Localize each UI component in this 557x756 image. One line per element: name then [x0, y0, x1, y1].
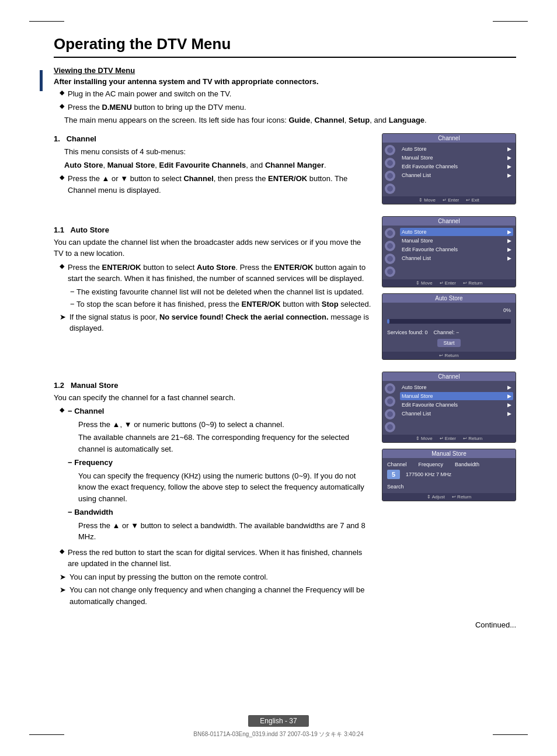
diamond-icon-12: ◆: [60, 406, 64, 414]
section-11-text: 1.1 Auto Store You can update the channe…: [54, 216, 371, 336]
tv-icon-2b: [385, 241, 395, 251]
section-11-number: 1.1: [54, 226, 64, 234]
section-1-header: 1. Channel: [54, 133, 371, 145]
section-viewing-title: Viewing the DTV Menu: [54, 66, 516, 75]
channel-info: Channel: −: [434, 330, 459, 335]
freq-text: You can specify the frequency (KHz) usin…: [68, 470, 371, 505]
section-1-text: 1. Channel This menu consists of 4 sub-m…: [54, 133, 371, 198]
autostore-title: Auto Store: [382, 294, 516, 303]
bullet-2-cont: The main menu appears on the screen. Its…: [54, 115, 516, 126]
intro-bold-text: After installing your antenna system and…: [54, 77, 516, 86]
title-rule: [54, 57, 516, 58]
file-info: BN68-01171A-03Eng_0319.indd 37 2007-03-1…: [193, 730, 363, 738]
top-rule-right: [493, 21, 528, 22]
tv-icon-2c: [385, 254, 395, 264]
page-number: English - 37: [248, 715, 308, 727]
continued-label: Continued...: [54, 620, 516, 629]
autostore-start-button[interactable]: Start: [437, 339, 460, 347]
section-11-header: 1.1 Auto Store: [54, 226, 371, 234]
diamond-icon-12b: ◆: [60, 547, 64, 555]
section-11-dash1: The existing favourite channel list will…: [54, 286, 371, 298]
section-12-number: 1.2: [54, 381, 64, 390]
section-12-desc: You can specify the channel for a fast c…: [54, 392, 371, 404]
section-11-bullet1: ◆ Press the ENTER/OK button to select Au…: [54, 262, 371, 285]
tv-title-3: Channel: [382, 372, 516, 381]
header-channel: Channel: [387, 462, 407, 467]
section-1-layout: 1. Channel This menu consists of 4 sub-m…: [54, 133, 516, 210]
manualstore-headers: Channel Frequency Bandwidth: [387, 462, 511, 467]
tv-autostore-screen: Auto Store 0% Services found: 0 Channel:…: [382, 293, 516, 360]
tv-title-2: Channel: [382, 217, 516, 226]
section-12-arrow2: ➤ You can not change only frequency and …: [54, 584, 371, 607]
menu-item-editfav-1: Edit Favourite Channels▶: [400, 162, 513, 171]
tv-manualstore-screen: Manual Store Channel Frequency Bandwidth…: [382, 449, 516, 501]
diamond-icon-1: ◆: [60, 89, 64, 96]
section-12-layout: 1.2 Manual Store You can specify the cha…: [54, 372, 516, 609]
autostore-percent: 0%: [387, 307, 511, 313]
section-1-submenus: Auto Store, Manual Store, Edit Favourite…: [54, 159, 371, 171]
section-12-arrow1-text: You can input by pressing the button on …: [69, 571, 268, 583]
section-12-title: Manual Store: [71, 381, 119, 390]
tv-body-1: Auto Store▶ Manual Store▶ Edit Favourite…: [382, 143, 516, 196]
menu-item-channellist-1: Channel List▶: [400, 171, 513, 179]
menu-item-manualstore-2: Manual Store▶: [400, 237, 513, 245]
footer-enter-2: ↵ Enter: [440, 280, 456, 286]
manualstore-values: 5 177500 KHz 7 MHz: [387, 470, 511, 479]
autostore-services-info: Services found: 0 Channel: −: [387, 330, 511, 335]
footer-move-2: ⇕ Move: [416, 280, 433, 286]
section-11-dash2: To stop the scan before it has finished,…: [54, 299, 371, 310]
diamond-icon-11: ◆: [60, 262, 64, 270]
bullet-2-cont-text: The main menu appears on the screen. Its…: [64, 116, 427, 124]
menu-item-editfav-3: Edit Favourite Channels▶: [400, 401, 513, 409]
tv-channel-screen-3: Channel Auto Store▶ Manual Store▶ Edit F…: [382, 372, 516, 443]
footer-enter-1: ↵ Enter: [443, 197, 459, 203]
tv-icon-1b: [385, 158, 395, 168]
tv-icons-2: [385, 228, 398, 277]
autostore-footer: ↩ Return: [382, 352, 516, 359]
section-12-arrow1: ➤ You can input by pressing the button o…: [54, 571, 371, 583]
menu-item-manualstore-3: Manual Store▶: [400, 392, 513, 400]
footer-enter-3: ↵ Enter: [440, 436, 456, 441]
tv-channel-screen-1: Channel Auto Store▶ Manual Store▶ Edit F…: [382, 133, 516, 204]
tv-icons-3: [385, 383, 398, 432]
tv-icon-3b: [385, 396, 395, 407]
footer-return-ms: ↩ Return: [452, 494, 471, 500]
section-12-arrow2-text: You can not change only frequency and wh…: [69, 584, 371, 607]
section-11-bullet1-text: Press the ENTER/OK button to select Auto…: [68, 262, 371, 285]
section-11-arrow1-text: If the signal status is poor, No service…: [69, 311, 371, 334]
services-found: Services found: 0: [387, 330, 428, 335]
page-title: Operating the DTV Menu: [54, 35, 516, 53]
tv-menu-2: Auto Store▶ Manual Store▶ Edit Favourite…: [400, 228, 513, 277]
manualstore-body: Channel Frequency Bandwidth 5 177500 KHz…: [382, 458, 516, 493]
top-rule-left: [29, 21, 64, 22]
tv-channel-screen-2: Channel Auto Store▶ Manual Store▶ Edit F…: [382, 216, 516, 287]
main-content: Viewing the DTV Menu After installing yo…: [54, 66, 516, 629]
manualstore-title: Manual Store: [382, 449, 516, 458]
section-12-header: 1.2 Manual Store: [54, 381, 371, 390]
page: Operating the DTV Menu Viewing the DTV M…: [0, 0, 557, 756]
tv-title-1: Channel: [382, 134, 516, 143]
menu-item-autostore-1: Auto Store▶: [400, 145, 513, 153]
tv-footer-2: ⇕ Move ↵ Enter ↩ Return: [382, 279, 516, 287]
menu-item-channellist-2: Channel List▶: [400, 254, 513, 262]
tv-icon-1c: [385, 171, 395, 181]
tv-icon-3c: [385, 409, 395, 419]
bullet-1: ◆ Plug in the AC main power and switch o…: [54, 88, 516, 100]
freq-bandwidth-value: 177500 KHz 7 MHz: [406, 471, 451, 477]
arrow-icon-12b: ➤: [60, 584, 66, 596]
section-12-bullet1: ◆ − Channel Press the ▲, ▼ or numeric bu…: [54, 405, 371, 545]
tv-icon-1d: [385, 183, 395, 194]
autostore-progress-fill: [387, 319, 389, 324]
footer-move-3: ⇕ Move: [416, 436, 433, 441]
section-11-layout: 1.1 Auto Store You can update the channe…: [54, 216, 516, 366]
tv-menu-1: Auto Store▶ Manual Store▶ Edit Favourite…: [400, 145, 513, 194]
footer-exit-1: ↩ Exit: [466, 197, 479, 203]
menu-item-autostore-2: Auto Store▶: [400, 228, 513, 236]
tv-body-2: Auto Store▶ Manual Store▶ Edit Favourite…: [382, 226, 516, 279]
tv-body-3: Auto Store▶ Manual Store▶ Edit Favourite…: [382, 381, 516, 435]
menu-item-editfav-2: Edit Favourite Channels▶: [400, 245, 513, 254]
section-12-channel-block: − Channel Press the ▲, ▼ or numeric butt…: [68, 405, 371, 545]
arrow-icon-12a: ➤: [60, 571, 66, 583]
section-12-text: 1.2 Manual Store You can specify the cha…: [54, 372, 371, 609]
tv-icon-2a: [385, 228, 395, 238]
